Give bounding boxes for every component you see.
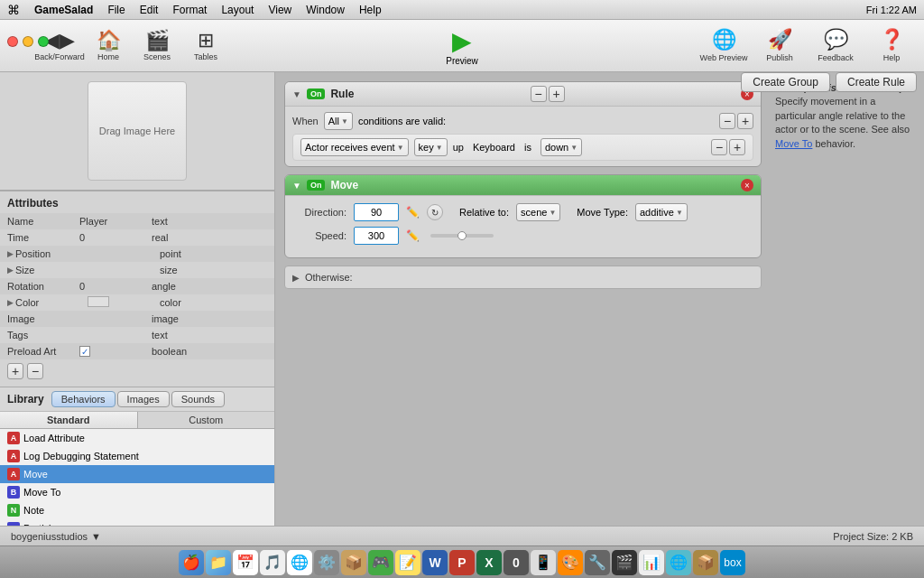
actor-image-box[interactable]: Drag Image Here [88,81,187,181]
all-select[interactable]: All ▼ [324,112,353,130]
dock-icon-music[interactable]: 🎵 [260,550,285,575]
rule-remove-condition-button[interactable]: − [531,86,547,102]
home-button[interactable]: 🏠 Home [85,24,132,68]
event-value-select[interactable]: down ▼ [541,138,582,156]
lib-item-log-debugging[interactable]: A Log Debugging Statement [0,447,274,465]
dock-icon-x[interactable]: X [476,550,502,575]
event-type-select[interactable]: Actor receives event ▼ [300,138,409,156]
move-type-select[interactable]: additive ▼ [635,203,688,221]
dock-icon-paint[interactable]: 🎨 [558,550,583,575]
library-tab-sounds[interactable]: Sounds [171,391,225,407]
direction-edit-icon[interactable]: ✏️ [406,206,420,219]
publish-button[interactable]: 🚀 Publish [754,23,805,67]
menu-format[interactable]: Format [172,4,207,16]
dock-icon-game[interactable]: 🎮 [368,550,393,575]
relative-select[interactable]: scene ▼ [516,203,560,221]
remove-attribute-button[interactable]: − [27,363,43,379]
dock-icon-chart[interactable]: 📊 [639,550,664,575]
standard-tab[interactable]: Standard [0,412,138,428]
dock-icon-globe[interactable]: 🌐 [666,550,691,575]
help-button[interactable]: ❓ Help [866,23,917,67]
left-panel: Drag Image Here Attributes Name Player t… [0,72,275,526]
right-panel: Move (Persistent Behavior) Specify movem… [275,72,924,526]
attributes-section: Attributes Name Player text Time 0 real … [0,191,274,387]
dock-icon-note[interactable]: 📝 [395,550,420,575]
menu-view[interactable]: View [268,4,291,16]
lib-item-load-attribute[interactable]: A Load Attribute [0,429,274,447]
dock-icon-movie[interactable]: 🎬 [612,550,637,575]
event-type-arrow: ▼ [397,144,404,152]
dock-icon-gear[interactable]: ⚙️ [314,550,339,575]
project-size: Project Size: 2 KB [833,531,913,542]
user-dropdown-arrow[interactable]: ▼ [91,531,101,542]
event-param1-arrow: ▼ [436,144,443,152]
menu-edit[interactable]: Edit [140,4,159,16]
attr-row-name: Name Player text [0,213,274,229]
dock-icon-pkg[interactable]: 📦 [341,550,366,575]
menu-help[interactable]: Help [359,4,382,16]
add-attribute-button[interactable]: + [7,363,23,379]
menu-window[interactable]: Window [306,4,345,16]
event-add-button[interactable]: + [729,139,745,155]
dock-icon-finder[interactable]: 🍎 [179,550,204,575]
move-card: ▼ On Move × Direction: ✏️ ↻ Relative to:… [284,174,762,258]
size-triangle[interactable]: ▶ [7,266,14,275]
scenes-button[interactable]: 🎬 Scenes [134,24,180,68]
library-tab-images[interactable]: Images [117,391,170,407]
position-triangle[interactable]: ▶ [7,249,14,258]
lib-badge-a3: A [7,468,20,480]
create-group-button[interactable]: Create Group [741,72,830,92]
dock-icon-folder[interactable]: 📁 [206,550,231,575]
rule-collapse-button[interactable]: ▼ [292,89,301,99]
speed-input[interactable] [354,227,399,245]
rule-add-condition-button[interactable]: + [549,86,565,102]
dock-icon-box[interactable]: 📦 [693,550,718,575]
lib-item-note[interactable]: N Note [0,501,274,519]
speed-label: Speed: [292,230,346,241]
scenes-icon: 🎬 [145,31,170,51]
event-add-remove: − + [711,139,745,155]
speed-slider-thumb[interactable] [457,231,467,240]
preload-art-checkbox[interactable]: ✓ [79,346,90,357]
move-close-button[interactable]: × [741,179,753,191]
direction-input[interactable] [354,203,399,221]
create-rule-button[interactable]: Create Rule [836,72,917,92]
otherwise-triangle[interactable]: ▶ [292,273,300,283]
tables-button[interactable]: ⊞ Tables [182,24,229,68]
window-maximize-button[interactable] [38,36,49,47]
menu-layout[interactable]: Layout [221,4,254,16]
dock-icon-cal[interactable]: 📅 [233,550,258,575]
move-card-body: Direction: ✏️ ↻ Relative to: scene ▼ Mov… [285,196,761,257]
apple-menu[interactable]: ⌘ [7,3,20,17]
move-to-link[interactable]: Move To [775,138,812,149]
dock-icon-word[interactable]: W [422,550,448,575]
dock-icon-chrome[interactable]: 🌐 [287,550,312,575]
custom-tab[interactable]: Custom [138,412,275,428]
color-triangle[interactable]: ▶ [7,298,14,307]
dock-icon-mobile[interactable]: 📱 [531,550,556,575]
dock-icon-box2[interactable]: box [720,550,745,575]
window-close-button[interactable] [7,36,18,47]
dock-icon-wrench[interactable]: 🔧 [585,550,610,575]
move-collapse-button[interactable]: ▼ [292,181,301,191]
feedback-button[interactable]: 💬 Feedback [810,23,861,67]
direction-rotate-button[interactable]: ↻ [427,204,443,220]
menu-file[interactable]: File [107,4,125,16]
event-param1-select[interactable]: key ▼ [414,138,448,156]
lib-item-move[interactable]: A Move [0,465,274,483]
speed-slider-track[interactable] [430,234,494,238]
event-remove-button[interactable]: − [711,139,727,155]
lib-item-move-to[interactable]: B Move To [0,483,274,501]
preview-play-icon[interactable]: ▶ [452,26,472,56]
condition-add-button[interactable]: + [737,113,753,129]
window-minimize-button[interactable] [23,36,33,47]
color-swatch[interactable] [88,296,109,307]
library-tab-behaviors[interactable]: Behaviors [51,391,116,407]
speed-row: Speed: ✏️ [292,227,753,245]
back-forward-icon: ◀▶ [44,31,75,51]
dock-icon-0[interactable]: 0 [504,550,529,575]
condition-remove-button[interactable]: − [719,113,735,129]
dock-icon-ppt[interactable]: P [449,550,475,575]
web-preview-button[interactable]: 🌐 Web Preview [698,23,749,67]
speed-edit-icon[interactable]: ✏️ [406,229,420,242]
